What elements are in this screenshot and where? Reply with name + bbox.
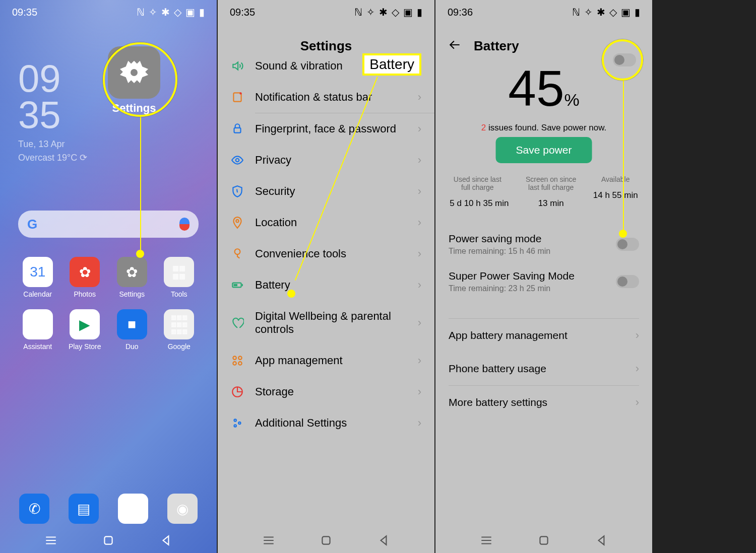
app-photos[interactable]: ✿ Photos <box>61 257 109 298</box>
chevron-right-icon: › <box>418 216 421 229</box>
cast-icon: ▣ <box>621 6 631 18</box>
app-duo[interactable]: ■ Duo <box>108 309 156 351</box>
row-privacy[interactable]: Privacy › <box>218 145 434 176</box>
row-fingerprint[interactable]: Fingerprint, face & password › <box>218 113 434 145</box>
speaker-icon <box>231 59 244 73</box>
cast-icon: ▣ <box>185 6 195 18</box>
app-playstore[interactable]: ▶ Play Store <box>61 309 109 351</box>
power-saving-toggle[interactable] <box>616 238 639 251</box>
row-app-management[interactable]: App management › <box>218 345 434 376</box>
mic-icon[interactable] <box>179 218 190 231</box>
row-power-saving[interactable]: Power saving mode Time remaining: 15 h 4… <box>435 226 652 263</box>
recents-button[interactable] <box>262 534 275 547</box>
enlarged-settings-callout: Settings <box>108 46 160 115</box>
row-label: Digital Wellbeing & parental controls <box>255 310 407 336</box>
row-convenience[interactable]: Convenience tools › <box>218 238 434 269</box>
svg-point-1 <box>131 69 138 76</box>
row-label: Phone battery usage <box>449 363 546 375</box>
settings-icon: ✿ <box>117 257 147 287</box>
home-button[interactable] <box>537 534 550 547</box>
bluetooth-icon: ✱ <box>597 6 605 18</box>
svg-rect-19 <box>322 536 330 544</box>
row-more-battery-settings[interactable]: More battery settings › <box>435 386 652 419</box>
back-button[interactable] <box>377 534 390 547</box>
issues-text: 2 issues found. Save power now. <box>435 123 652 133</box>
row-digital-wellbeing[interactable]: Digital Wellbeing & parental controls › <box>218 301 434 345</box>
percent-value: 45 <box>508 60 564 116</box>
chevron-right-icon: › <box>418 154 421 167</box>
chevron-right-icon: › <box>418 417 421 430</box>
save-power-button[interactable]: Save power <box>496 137 592 163</box>
status-icons: ℕ ✧ ✱ ◇ ▣ ▮ <box>572 6 640 18</box>
row-label: More battery settings <box>449 396 547 408</box>
chevron-right-icon: › <box>418 279 421 292</box>
battery-icon: ▮ <box>635 6 640 18</box>
google-folder-icon: ▦▦▦▦▦▦▦▦▦ <box>164 309 194 339</box>
wifi-icon: ◇ <box>174 6 181 18</box>
chevron-right-icon: › <box>636 396 639 409</box>
row-additional[interactable]: Additional Settings › <box>218 407 434 439</box>
dock-chrome[interactable]: ◉ <box>118 494 148 524</box>
dock-phone[interactable]: ✆ <box>19 494 49 524</box>
app-assistant[interactable]: ✦ Assistant <box>14 309 61 351</box>
calendar-icon: 31 <box>23 257 53 287</box>
app-label: Photos <box>74 290 96 298</box>
app-calendar[interactable]: 31 Calendar <box>14 257 61 298</box>
status-time: 09:35 <box>12 7 37 18</box>
dock-camera[interactable]: ◉ <box>167 494 198 524</box>
power-modes: Power saving mode Time remaining: 15 h 4… <box>435 226 652 300</box>
chevron-right-icon: › <box>418 385 421 398</box>
back-button[interactable] <box>595 534 608 547</box>
settings-list[interactable]: Sound & vibration › Notification & statu… <box>218 50 434 523</box>
row-sound[interactable]: Sound & vibration › <box>218 50 434 82</box>
app-settings[interactable]: ✿ Settings <box>108 257 156 298</box>
status-time: 09:36 <box>448 7 473 18</box>
stat-value: 13 min <box>523 198 579 209</box>
nav-bar <box>0 534 217 547</box>
dock-messages[interactable]: ▤ <box>69 494 99 524</box>
svg-point-6 <box>236 220 238 222</box>
row-label: Privacy <box>255 154 407 167</box>
heart-icon <box>231 316 244 329</box>
row-label: Additional Settings <box>255 417 407 430</box>
stat-used: Used since last full charge 5 d 10 h 35 … <box>450 175 509 209</box>
row-notification[interactable]: Notification & status bar › <box>218 82 434 113</box>
row-phone-battery-usage[interactable]: Phone battery usage › <box>435 352 652 385</box>
clock-hours: 09 <box>18 60 61 97</box>
assistant-icon: ✦ <box>23 309 53 339</box>
row-label: Convenience tools <box>255 247 407 260</box>
back-button[interactable] <box>159 534 172 547</box>
status-icons: ℕ ✧ ✱ ◇ ▣ ▮ <box>137 6 205 18</box>
row-app-battery-management[interactable]: App battery management › <box>435 319 652 352</box>
row-super-power-saving[interactable]: Super Power Saving Mode Time remaining: … <box>435 263 652 300</box>
app-label: Calendar <box>23 290 52 298</box>
home-button[interactable] <box>320 534 333 547</box>
location-pin-icon <box>231 216 244 229</box>
photos-icon: ✿ <box>70 257 100 287</box>
chevron-right-icon: › <box>418 316 421 329</box>
recents-button[interactable] <box>480 534 493 547</box>
row-security[interactable]: Security › <box>218 176 434 207</box>
row-storage[interactable]: Storage › <box>218 376 434 407</box>
app-tools[interactable]: ▦▦▦▦ Tools <box>156 257 203 298</box>
row-battery[interactable]: Battery › <box>218 269 434 301</box>
settings-icon <box>108 46 160 99</box>
home-button[interactable] <box>102 534 115 547</box>
stat-label: Available <box>593 175 638 183</box>
row-label: Fingerprint, face & password <box>255 122 407 135</box>
recents-button[interactable] <box>44 534 57 547</box>
app-label: Google <box>168 342 191 351</box>
battery-percentage: 45% <box>435 59 652 117</box>
wifi-icon: ◇ <box>609 6 617 18</box>
app-google-folder[interactable]: ▦▦▦▦▦▦▦▦▦ Google <box>156 309 203 351</box>
super-power-saving-toggle[interactable] <box>616 275 639 288</box>
home-clock-widget[interactable]: 09 35 <box>18 60 61 133</box>
google-logo-icon: G <box>27 217 37 232</box>
nfc-icon: ℕ <box>354 6 362 18</box>
status-bar: 09:35 ℕ ✧ ✱ ◇ ▣ ▮ <box>0 6 217 18</box>
chevron-right-icon: › <box>418 354 421 367</box>
google-search-bar[interactable]: G <box>18 211 199 238</box>
row-location[interactable]: Location › <box>218 207 434 238</box>
chevron-right-icon: › <box>418 247 421 260</box>
chevron-right-icon: › <box>418 59 421 73</box>
